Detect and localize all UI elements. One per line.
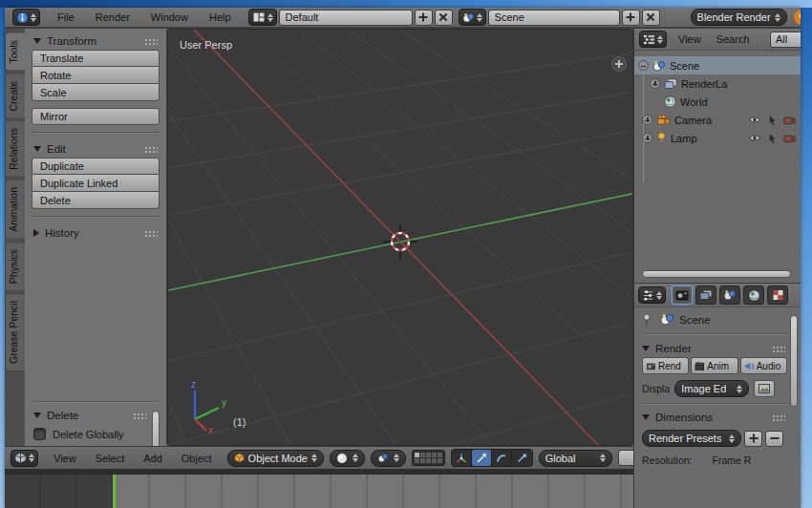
menu-add[interactable]: Add bbox=[139, 453, 166, 464]
open-sidebar-plus-button[interactable] bbox=[611, 56, 627, 72]
tab-grease-pencil[interactable]: Grease Pencil bbox=[5, 293, 25, 371]
delete-button[interactable]: Delete bbox=[32, 192, 160, 209]
delete-layout-button[interactable] bbox=[435, 10, 453, 26]
panel-header-edit[interactable]: Edit bbox=[32, 140, 160, 158]
updown-arrows-icon bbox=[729, 434, 735, 443]
outliner-row-lamp[interactable]: Lamp bbox=[634, 129, 801, 147]
panel-title: Render bbox=[655, 343, 692, 354]
view3d-header: View Select Add Object Object Mode bbox=[5, 446, 633, 469]
tab-physics[interactable]: Physics bbox=[5, 242, 25, 291]
expand-icon[interactable] bbox=[642, 115, 652, 125]
mode-dropdown[interactable]: Object Mode bbox=[227, 450, 324, 467]
tool-shelf-scrollbar[interactable] bbox=[152, 411, 160, 446]
viewport-shading-dropdown[interactable] bbox=[330, 450, 365, 467]
panel-title: Transform bbox=[47, 35, 96, 47]
panel-header-transform[interactable]: Transform bbox=[32, 32, 160, 50]
selectability-pointer-icon[interactable] bbox=[768, 133, 777, 144]
tab-animation[interactable]: Animation bbox=[5, 180, 25, 240]
outliner-row-world[interactable]: World bbox=[634, 93, 801, 111]
properties-tab-world[interactable] bbox=[743, 286, 764, 305]
mirror-button[interactable]: Mirror bbox=[32, 108, 160, 125]
editor-type-properties-button[interactable] bbox=[638, 286, 666, 304]
active-layer-label: (1) bbox=[233, 416, 246, 428]
outliner-menu-search[interactable]: Search bbox=[713, 33, 754, 45]
snap-button-partial[interactable] bbox=[618, 450, 633, 466]
menu-file[interactable]: File bbox=[53, 11, 78, 23]
properties-tab-render[interactable] bbox=[672, 286, 693, 305]
scale-button[interactable]: Scale bbox=[32, 84, 160, 101]
pin-icon[interactable] bbox=[642, 313, 652, 326]
outliner-row-scene[interactable]: Scene bbox=[634, 56, 801, 74]
render-animation-button[interactable]: Anim bbox=[691, 357, 737, 374]
menu-help[interactable]: Help bbox=[205, 11, 235, 23]
expand-icon[interactable] bbox=[650, 78, 660, 89]
tab-relations[interactable]: Relations bbox=[5, 120, 25, 178]
display-mode-dropdown[interactable]: Image Ed bbox=[674, 380, 749, 397]
properties-tab-texture[interactable] bbox=[767, 286, 788, 305]
visibility-eye-icon[interactable] bbox=[748, 116, 761, 124]
manipulator-toggle-button[interactable] bbox=[452, 450, 472, 466]
delete-globally-checkbox[interactable] bbox=[33, 428, 46, 440]
manipulator-scale-button[interactable] bbox=[512, 450, 532, 466]
outliner-horizontal-scrollbar[interactable] bbox=[642, 270, 791, 278]
updown-arrows-icon bbox=[775, 13, 780, 22]
filter-value: All bbox=[776, 33, 787, 45]
properties-tab-scene[interactable] bbox=[719, 286, 740, 305]
delete-scene-button[interactable] bbox=[642, 10, 660, 26]
properties-tab-render-layers[interactable] bbox=[695, 286, 716, 305]
panel-header-dimensions[interactable]: Dimensions bbox=[642, 409, 787, 426]
render-audio-button[interactable]: Audio bbox=[740, 357, 787, 374]
remove-preset-button[interactable] bbox=[765, 431, 783, 447]
transform-orientation-dropdown[interactable]: Global bbox=[539, 450, 612, 467]
screen-layout-field[interactable]: Default bbox=[279, 10, 413, 26]
outliner-row-camera[interactable]: Camera bbox=[634, 111, 801, 129]
screen-layout-icon-button[interactable] bbox=[248, 9, 277, 26]
display-label: Displa bbox=[642, 383, 670, 394]
add-layout-button[interactable] bbox=[415, 10, 433, 26]
collapse-expander-icon[interactable] bbox=[638, 60, 649, 71]
editor-type-outliner-button[interactable] bbox=[639, 31, 667, 48]
current-frame-marker[interactable] bbox=[113, 475, 116, 508]
add-scene-button[interactable] bbox=[622, 10, 640, 26]
outliner-display-filter-dropdown[interactable]: All bbox=[770, 32, 801, 48]
menu-object[interactable]: Object bbox=[178, 453, 216, 464]
scene-icon-button[interactable] bbox=[459, 9, 486, 26]
layers-widget[interactable] bbox=[412, 450, 445, 466]
menu-select[interactable]: Select bbox=[92, 453, 129, 464]
properties-scrollbar[interactable] bbox=[790, 315, 798, 407]
tab-tools[interactable]: Tools bbox=[5, 32, 25, 72]
render-still-button[interactable]: Rend bbox=[642, 357, 689, 374]
translate-button[interactable]: Translate bbox=[32, 50, 160, 67]
scene-name-field[interactable]: Scene bbox=[488, 10, 620, 26]
outliner-row-renderlayers[interactable]: RenderLa bbox=[634, 74, 801, 93]
outliner-menu-view[interactable]: View bbox=[674, 33, 705, 45]
selectability-pointer-icon[interactable] bbox=[768, 115, 777, 126]
manipulator-translate-button[interactable] bbox=[472, 450, 492, 466]
panel-header-render[interactable]: Render bbox=[642, 340, 787, 357]
editor-type-3dview-button[interactable] bbox=[11, 450, 38, 467]
rotate-button[interactable]: Rotate bbox=[32, 67, 160, 84]
pivot-point-dropdown[interactable] bbox=[371, 450, 406, 467]
menu-window[interactable]: Window bbox=[147, 11, 192, 23]
collapse-triangle-icon bbox=[33, 413, 41, 418]
panel-header-delete-operator[interactable]: Delete bbox=[32, 407, 160, 424]
blender-logo bbox=[793, 9, 801, 26]
visibility-eye-icon[interactable] bbox=[748, 134, 761, 142]
panel-header-history[interactable]: History bbox=[32, 224, 160, 242]
duplicate-linked-button[interactable]: Duplicate Linked bbox=[32, 175, 160, 192]
manipulator-rotate-button[interactable] bbox=[492, 450, 512, 466]
render-presets-dropdown[interactable]: Render Presets bbox=[642, 430, 741, 447]
viewport-3d[interactable]: z y x User Persp (1) bbox=[167, 29, 633, 446]
expand-icon[interactable] bbox=[642, 133, 652, 143]
editor-type-info-button[interactable] bbox=[12, 9, 40, 26]
timeline-editor[interactable] bbox=[5, 469, 633, 508]
image-editor-button[interactable] bbox=[754, 380, 775, 397]
render-engine-dropdown[interactable]: Blender Render bbox=[691, 9, 787, 26]
menu-render[interactable]: Render bbox=[92, 11, 134, 23]
render-restrict-camera-icon[interactable] bbox=[783, 116, 796, 125]
add-preset-button[interactable] bbox=[744, 431, 762, 447]
duplicate-button[interactable]: Duplicate bbox=[32, 158, 160, 175]
tab-create[interactable]: Create bbox=[5, 74, 25, 119]
render-restrict-camera-icon[interactable] bbox=[783, 134, 796, 143]
menu-view[interactable]: View bbox=[50, 453, 80, 464]
